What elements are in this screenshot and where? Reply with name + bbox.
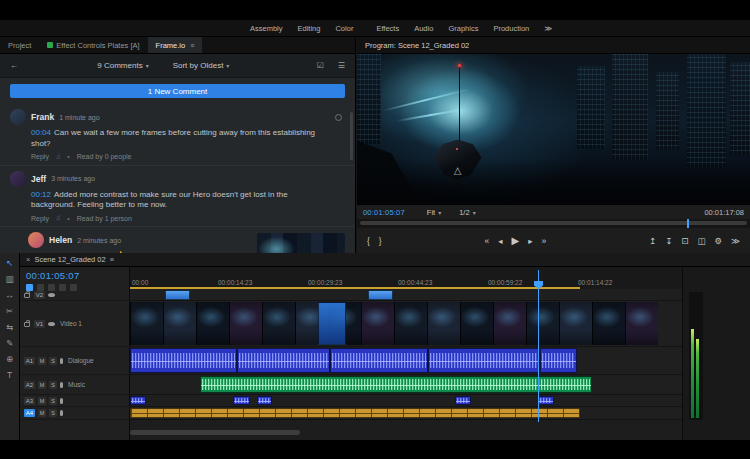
track-badge-v2[interactable]: V2 — [34, 291, 45, 299]
comment-timecode-link[interactable]: 00:04 — [31, 128, 51, 137]
hand-tool[interactable]: ⊕ — [6, 354, 13, 364]
workspace-tab-production[interactable]: Production — [493, 24, 529, 33]
audio-clip-dialogue[interactable] — [540, 348, 577, 373]
export-frame-button[interactable]: ⊡ — [681, 236, 688, 246]
extract-button[interactable]: ↧ — [665, 236, 672, 246]
solo-button[interactable]: S — [49, 409, 57, 417]
mark-in-button[interactable]: { — [367, 236, 370, 246]
track-select-tool[interactable]: ▥ — [5, 274, 13, 284]
comment-timecode-link[interactable]: 00:12 — [31, 190, 51, 199]
selection-tool[interactable]: ↖ — [6, 258, 13, 268]
comments-scrollbar[interactable] — [350, 112, 353, 160]
workspace-overflow-icon[interactable]: ≫ — [544, 24, 552, 33]
audio-clip-sfx[interactable] — [257, 396, 272, 405]
track-name-video1[interactable]: Video 1 — [60, 320, 82, 327]
go-to-in-button[interactable]: « — [485, 236, 490, 246]
audio-clip-sfx[interactable] — [538, 396, 554, 405]
transport-overflow-icon[interactable]: ≫ — [731, 236, 740, 246]
timeline-ruler[interactable]: 00:00 00:00:14:23 00:00:29:23 00:00:44:2… — [130, 267, 682, 289]
workspace-tab-effects[interactable]: Effects — [376, 24, 399, 33]
timeline-tab[interactable]: × Scene 12_Graded 02 ≡ — [20, 253, 750, 267]
audio-clip-sfx[interactable] — [130, 396, 146, 405]
voiceover-mic-icon[interactable] — [60, 358, 63, 364]
audio-clip-dialogue[interactable] — [237, 348, 330, 373]
program-scrub-bar[interactable] — [357, 219, 750, 228]
sort-dropdown[interactable]: Sort by Oldest ▾ — [173, 61, 230, 70]
timeline-timecode[interactable]: 00:01:05:07 — [26, 270, 80, 281]
comment-frame-thumbnail[interactable] — [257, 233, 345, 253]
audio-clip-ambience[interactable] — [130, 408, 580, 418]
track-name-music[interactable]: Music — [68, 381, 85, 388]
program-timecode[interactable]: 00:01:05:07 — [363, 208, 405, 217]
solo-button[interactable]: S — [49, 357, 57, 365]
reply-button[interactable]: Reply — [31, 153, 49, 160]
mute-button[interactable]: M — [38, 409, 46, 417]
comments-count-dropdown[interactable]: 9 Comments ▾ — [97, 61, 148, 70]
solo-button[interactable]: S — [49, 381, 57, 389]
mute-button[interactable]: M — [38, 357, 46, 365]
mute-button[interactable]: M — [38, 381, 46, 389]
track-badge-a4[interactable]: A4 — [24, 409, 35, 417]
pen-tool[interactable]: ✎ — [6, 338, 13, 348]
like-icon[interactable]: ☝ — [56, 153, 60, 161]
mute-button[interactable]: M — [38, 397, 46, 405]
like-icon[interactable]: ☝ — [56, 214, 60, 222]
timeline-playhead-line[interactable] — [538, 270, 539, 422]
playback-resolution-dropdown[interactable]: 1/2 ▾ — [459, 208, 475, 217]
track-visibility-icon[interactable] — [48, 293, 55, 297]
step-forward-button[interactable]: ▸ — [528, 236, 532, 246]
audio-clip-dialogue[interactable] — [330, 348, 428, 373]
workspace-tab-assembly[interactable]: Assembly — [250, 24, 283, 33]
step-back-button[interactable]: ◂ — [498, 236, 502, 246]
video-clip-highlight[interactable] — [318, 302, 346, 345]
timeline-horizontal-scrollbar[interactable] — [130, 430, 580, 435]
audio-clip-sfx[interactable] — [233, 396, 250, 405]
video-clip[interactable] — [165, 290, 190, 300]
razor-tool[interactable]: ✂ — [6, 306, 13, 316]
type-tool[interactable]: T — [7, 370, 12, 380]
panel-menu-icon[interactable]: ≡ — [190, 42, 194, 49]
settings-wrench-icon[interactable]: ⚙ — [714, 236, 722, 246]
unread-indicator[interactable] — [335, 114, 342, 121]
lock-icon[interactable] — [24, 293, 30, 298]
panel-menu-icon[interactable]: ≡ — [110, 255, 114, 264]
lock-icon[interactable] — [24, 322, 30, 327]
voiceover-mic-icon[interactable] — [60, 398, 63, 404]
mark-out-button[interactable]: } — [379, 236, 382, 246]
reply-button[interactable]: Reply — [31, 215, 49, 222]
track-badge-a1[interactable]: A1 — [24, 357, 35, 365]
solo-button[interactable]: S — [49, 397, 57, 405]
audio-clip-dialogue[interactable] — [130, 348, 237, 373]
voiceover-mic-icon[interactable] — [60, 382, 63, 388]
lift-button[interactable]: ↥ — [649, 236, 656, 246]
track-name-dialogue[interactable]: Dialogue — [68, 357, 94, 364]
video-clip[interactable] — [368, 290, 393, 300]
scrollbar-handle[interactable] — [130, 430, 300, 435]
workspace-tab-color[interactable]: Color — [335, 24, 353, 33]
new-comment-banner[interactable]: 1 New Comment — [10, 84, 345, 98]
workspace-tab-graphics[interactable]: Graphics — [448, 24, 478, 33]
tab-effect-controls[interactable]: Effect Controls Plates [A] — [39, 37, 147, 53]
tab-project[interactable]: Project — [0, 37, 39, 53]
comparison-view-button[interactable]: ◫ — [697, 236, 705, 246]
zoom-level-dropdown[interactable]: Fit ▾ — [427, 208, 441, 217]
audio-clip-music[interactable] — [200, 376, 592, 393]
show-resolved-icon[interactable]: ☑ — [317, 61, 324, 70]
tab-frameio[interactable]: Frame.io ≡ — [148, 37, 203, 53]
workspace-tab-audio[interactable]: Audio — [414, 24, 433, 33]
slip-tool[interactable]: ⇆ — [6, 322, 13, 332]
track-badge-a2[interactable]: A2 — [24, 381, 35, 389]
track-badge-v1[interactable]: V1 — [34, 320, 45, 328]
track-badge-a3[interactable]: A3 — [24, 397, 35, 405]
ripple-edit-tool[interactable]: ↔ — [5, 290, 14, 300]
program-playhead[interactable] — [687, 219, 689, 228]
track-visibility-icon[interactable] — [48, 322, 55, 326]
audio-clip-dialogue[interactable] — [428, 348, 540, 373]
filter-icon[interactable]: ☰ — [338, 61, 345, 70]
video-clip-filmstrip[interactable] — [130, 302, 658, 345]
voiceover-mic-icon[interactable] — [60, 410, 63, 416]
workspace-tab-editing[interactable]: Editing — [298, 24, 321, 33]
audio-clip-sfx[interactable] — [455, 396, 471, 405]
program-panel-tab[interactable]: Program: Scene 12_Graded 02 — [357, 37, 750, 54]
close-icon[interactable]: × — [26, 255, 30, 264]
